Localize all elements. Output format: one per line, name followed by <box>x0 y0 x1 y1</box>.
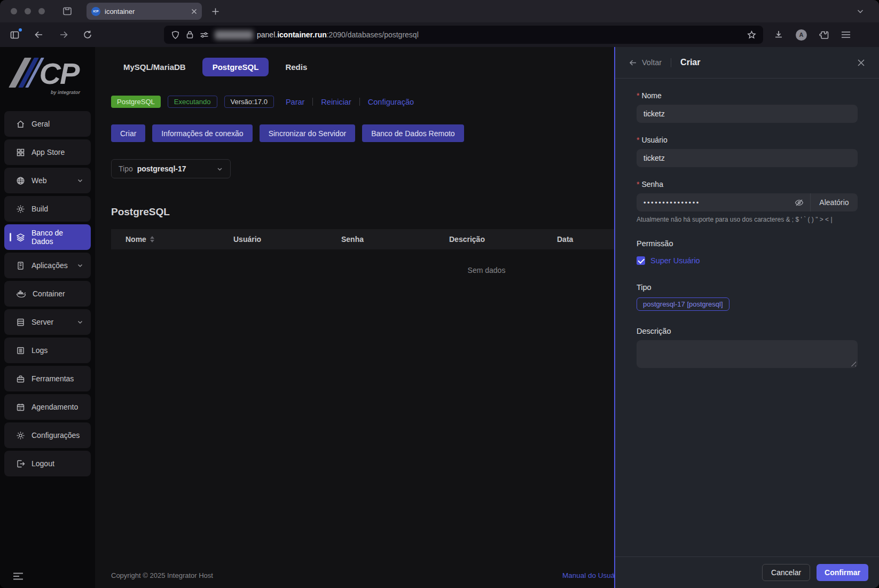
sort-icon[interactable] <box>150 236 154 242</box>
sidebar-item-logs[interactable]: Logs <box>4 338 91 363</box>
tab-title: icontainer <box>105 7 187 15</box>
column-label: Nome <box>125 235 146 244</box>
sidebar-item-agendamento[interactable]: Agendamento <box>4 394 91 420</box>
voltar-label: Voltar <box>642 58 662 67</box>
nome-input[interactable] <box>637 105 858 123</box>
reiniciar-link[interactable]: Reiniciar <box>321 98 351 106</box>
super-usuario-label[interactable]: Super Usuário <box>650 256 700 265</box>
sidebar-item-aplicacoes[interactable]: Aplicações <box>4 253 91 278</box>
chevron-down-icon <box>216 166 223 173</box>
banco-de-dados-remoto-button[interactable]: Banco de Dados Remoto <box>362 124 464 142</box>
bookmark-star-icon[interactable] <box>747 30 756 40</box>
chevron-down-icon <box>77 262 83 269</box>
checkbox-checked-icon[interactable] <box>637 256 645 265</box>
cancelar-button[interactable]: Cancelar <box>762 564 810 581</box>
permissions-icon[interactable] <box>200 31 209 39</box>
redacted-url-segment <box>215 30 253 40</box>
drawer-body: *Nome *Usuário *Senha ••••••••••••••• Al… <box>615 79 879 556</box>
gear-icon <box>16 431 25 440</box>
browser-tab[interactable]: ICP icontainer <box>87 3 202 20</box>
account-avatar[interactable]: A <box>796 29 807 41</box>
minimize-window-button[interactable] <box>25 8 31 14</box>
extensions-puzzle-icon[interactable] <box>819 30 829 40</box>
criar-button[interactable]: Criar <box>111 124 145 142</box>
parar-link[interactable]: Parar <box>286 98 304 106</box>
table-header-nome[interactable]: Nome <box>111 235 219 244</box>
informacoes-de-conexao-button[interactable]: Informações de conexão <box>152 124 252 142</box>
close-window-button[interactable] <box>11 8 17 14</box>
globe-icon <box>16 176 25 185</box>
maximize-window-button[interactable] <box>38 8 45 14</box>
super-usuario-checkbox-row[interactable]: Super Usuário <box>637 256 858 265</box>
service-badge: PostgreSQL <box>111 96 161 108</box>
tipo-tag[interactable]: postgresql-17 [postgresql] <box>637 297 729 311</box>
sincronizar-do-servidor-button[interactable]: Sincronizar do Servidor <box>260 124 356 142</box>
divider <box>359 98 360 106</box>
lock-icon[interactable] <box>186 30 194 39</box>
sidebar-item-label: Geral <box>32 120 50 128</box>
drawer-header: Voltar Criar <box>615 47 879 79</box>
sidebar-item-configuracoes[interactable]: Configurações <box>4 422 91 448</box>
sidebar-item-label: Server <box>32 318 53 326</box>
reload-icon[interactable] <box>83 30 92 40</box>
download-icon[interactable] <box>774 30 783 40</box>
icp-logo: CP by integrator <box>5 54 90 100</box>
required-marker: * <box>637 180 639 189</box>
eye-off-icon[interactable] <box>788 199 810 207</box>
sidebar-toggle-icon[interactable] <box>10 30 20 40</box>
descricao-textarea[interactable] <box>637 340 858 368</box>
aleatorio-button[interactable]: Aleatório <box>811 198 858 207</box>
list-all-tabs-chevron-icon[interactable] <box>857 7 864 15</box>
tipo-label: Tipo <box>637 283 858 292</box>
tab-redis[interactable]: Redis <box>275 58 317 76</box>
url-bar[interactable]: panel.icontainer.run:2090/databases/post… <box>164 26 763 44</box>
table-header-descricao: Descrição <box>435 235 543 244</box>
window-controls[interactable] <box>11 8 45 14</box>
tab-close-icon[interactable] <box>191 9 197 14</box>
sidebar-item-ferramentas[interactable]: Ferramentas <box>4 366 91 391</box>
drawer-title: Criar <box>680 58 700 67</box>
menu-hamburger-icon[interactable] <box>841 31 851 38</box>
back-icon[interactable] <box>34 29 44 40</box>
url-domain: icontainer.run <box>277 30 327 39</box>
sidebar-item-container[interactable]: Container <box>4 281 91 307</box>
sidebar-item-server[interactable]: Server <box>4 309 91 335</box>
column-label: Data <box>557 235 573 244</box>
url-path: :2090/databases/postgresql <box>327 30 419 39</box>
confirmar-button[interactable]: Confirmar <box>817 564 868 581</box>
firefox-view-icon[interactable] <box>62 6 73 17</box>
new-tab-button[interactable] <box>211 7 219 15</box>
tab-mysql-mariadb[interactable]: MySQL/MariaDB <box>113 58 196 76</box>
sidebar-item-geral[interactable]: Geral <box>4 111 91 137</box>
forward-icon[interactable] <box>58 29 69 40</box>
logout-icon <box>16 459 25 468</box>
tab-postgresql[interactable]: PostgreSQL <box>202 58 269 76</box>
sidebar: CP by integrator Geral App Store Web <box>0 47 95 588</box>
configuracao-link[interactable]: Configuração <box>368 98 414 106</box>
sidebar-collapse-icon[interactable] <box>13 572 23 581</box>
tipo-select-value: postgresql-17 <box>137 164 186 173</box>
nome-label: *Nome <box>637 91 858 100</box>
browser-navbar: panel.icontainer.run:2090/databases/post… <box>0 22 879 47</box>
logo-text: CP <box>40 60 79 88</box>
tipo-select[interactable]: Tipo postgresql-17 <box>111 159 231 178</box>
required-marker: * <box>637 91 639 100</box>
service-links: Parar Reiniciar Configuração <box>286 98 414 106</box>
sidebar-item-app-store[interactable]: App Store <box>4 139 91 165</box>
state-badge: Executando <box>168 96 217 108</box>
grid-icon <box>16 148 25 157</box>
copyright-text: Copyright © 2025 Integrator Host <box>111 571 213 579</box>
voltar-button[interactable]: Voltar <box>629 58 662 67</box>
sidebar-item-label: Container <box>33 289 65 298</box>
senha-input[interactable]: ••••••••••••••• <box>637 199 788 207</box>
sidebar-item-logout[interactable]: Logout <box>4 451 91 476</box>
toolbox-icon <box>16 374 25 383</box>
sidebar-item-web[interactable]: Web <box>4 168 91 193</box>
sidebar-item-build[interactable]: Build <box>4 196 91 222</box>
drawer-close-button[interactable] <box>857 59 865 67</box>
sidebar-item-banco-de-dados[interactable]: Banco de Dados <box>4 224 91 250</box>
usuario-input[interactable] <box>637 149 858 167</box>
shield-icon[interactable] <box>171 30 180 40</box>
permissao-label: Permissão <box>637 239 858 248</box>
sidebar-item-label: Web <box>32 176 47 185</box>
